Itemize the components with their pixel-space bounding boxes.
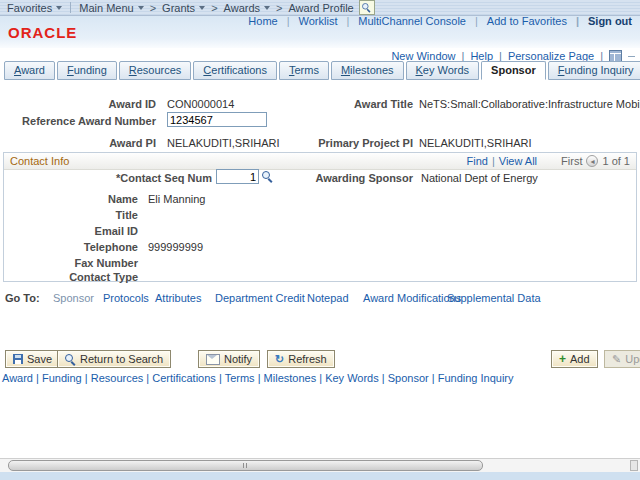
goto-attributes-link[interactable]: Attributes [155, 292, 201, 304]
breadcrumb-awards[interactable]: Awards [224, 2, 270, 14]
notify-envelope-icon [206, 354, 220, 365]
horizontal-scrollbar[interactable] [0, 458, 640, 472]
footer-sponsor-link[interactable]: Sponsor [382, 372, 429, 384]
refresh-button[interactable]: ↻ Refresh [267, 350, 335, 368]
save-button-label: Save [27, 353, 52, 365]
first-label: First [561, 155, 582, 167]
footer-key-words-link[interactable]: Key Words [319, 372, 379, 384]
notify-button[interactable]: Notify [198, 350, 260, 368]
find-link[interactable]: Find [466, 155, 487, 167]
award-title-label: Award Title [300, 98, 413, 110]
tab-award[interactable]: Award [4, 61, 55, 80]
breadcrumb-separator: > [211, 2, 217, 14]
primary-project-pi-label: Primary Project PI [300, 137, 413, 149]
breadcrumb-search-button[interactable] [359, 0, 375, 15]
update-display-button: ✎ Update [604, 350, 640, 368]
favorites-menu[interactable]: Favorites [7, 2, 62, 14]
page-tabs: Award Funding Resources Certifications T… [4, 61, 640, 80]
footer-page-links: Award Funding Resources Certifications T… [2, 372, 514, 384]
footer-milestones-link[interactable]: Milestones [258, 372, 317, 384]
goto-notepad-link[interactable]: Notepad [307, 292, 349, 304]
telephone-label: Telephone [0, 241, 138, 253]
first-row-icon[interactable]: ◂ [586, 155, 598, 167]
minimize-dash-icon [628, 56, 635, 57]
email-id-label: Email ID [0, 225, 138, 237]
scrollbar-end-button[interactable] [630, 460, 638, 471]
bottom-strip [0, 472, 640, 480]
breadcrumb-separator: > [150, 2, 156, 14]
awarding-sponsor-label: Awarding Sponsor [300, 172, 413, 184]
update-pencil-icon: ✎ [612, 353, 621, 366]
save-button[interactable]: Save [5, 350, 60, 368]
awarding-sponsor-value: National Dept of Energy [421, 172, 538, 184]
footer-terms-link[interactable]: Terms [219, 372, 255, 384]
worklist-link[interactable]: Worklist [278, 15, 338, 27]
tab-funding-inquiry[interactable]: Funding Inquiry [548, 61, 640, 80]
multichannel-console-link[interactable]: MultiChannel Console [337, 15, 465, 27]
dropdown-arrow-icon [138, 6, 144, 10]
footer-award-link[interactable]: Award [2, 372, 33, 384]
dropdown-arrow-icon [199, 6, 205, 10]
contact-seq-lookup-icon[interactable] [262, 171, 273, 182]
tab-certifications[interactable]: Certifications [193, 61, 277, 80]
awards-label: Awards [224, 2, 260, 14]
notify-button-label: Notify [224, 353, 252, 365]
name-label: Name [0, 193, 138, 205]
tab-sponsor[interactable]: Sponsor [481, 61, 546, 80]
award-id-label: Award ID [0, 98, 156, 110]
tab-resources[interactable]: Resources [119, 61, 192, 80]
goto-supplemental-data-link[interactable]: Supplemental Data [447, 292, 541, 304]
oracle-logo: ORACLE [8, 24, 77, 41]
contact-seq-num-label: *Contact Seq Num [0, 172, 212, 184]
grants-label: Grants [162, 2, 195, 14]
primary-project-pi-value: NELAKUDITI,SRIHARI [419, 137, 531, 149]
tab-terms[interactable]: Terms [279, 61, 329, 80]
tab-funding[interactable]: Funding [57, 61, 117, 80]
goto-sponsor-link[interactable]: Sponsor [53, 292, 94, 304]
tab-key-words[interactable]: Key Words [406, 61, 480, 80]
award-title-value: NeTS:Small:Collaborative:Infrastructure … [419, 98, 640, 110]
sign-out-link[interactable]: Sign out [567, 15, 632, 27]
goto-protocols-link[interactable]: Protocols [103, 292, 149, 304]
main-menu-label: Main Menu [79, 2, 133, 14]
telephone-value: 999999999 [148, 241, 203, 253]
return-to-search-button[interactable]: Return to Search [57, 350, 171, 368]
footer-certifications-link[interactable]: Certifications [146, 372, 216, 384]
dropdown-arrow-icon [264, 6, 270, 10]
footer-funding-link[interactable]: Funding [36, 372, 82, 384]
add-button[interactable]: + Add [551, 350, 598, 368]
award-pi-label: Award PI [0, 137, 156, 149]
home-link[interactable]: Home [248, 15, 277, 27]
favorites-label: Favorites [7, 2, 52, 14]
go-to-label: Go To: [5, 292, 40, 304]
footer-resources-link[interactable]: Resources [85, 372, 144, 384]
reference-award-number-input[interactable] [167, 112, 267, 127]
dropdown-arrow-icon [56, 6, 62, 10]
view-all-link[interactable]: View All [499, 155, 537, 167]
contact-seq-num-input[interactable] [216, 169, 259, 184]
add-to-favorites-link[interactable]: Add to Favorites [466, 15, 567, 27]
search-icon [362, 3, 371, 12]
goto-department-credit-link[interactable]: Department Credit [215, 292, 305, 304]
breadcrumb-divider [70, 2, 71, 13]
update-button-label: Update [625, 353, 640, 365]
header-links: Home Worklist MultiChannel Console Add t… [248, 15, 632, 27]
scrollbar-thumb[interactable] [8, 460, 483, 471]
award-profile-label: Award Profile [288, 2, 353, 14]
footer-funding-inquiry-link[interactable]: Funding Inquiry [432, 372, 514, 384]
breadcrumb-grants[interactable]: Grants [162, 2, 205, 14]
refresh-icon: ↻ [275, 353, 284, 366]
return-to-search-icon [65, 354, 76, 365]
scrollbar-grip-icon [243, 463, 249, 468]
peoplesoft-award-profile-page: Favorites Main Menu > Grants > Awards > … [0, 0, 640, 480]
tab-milestones[interactable]: Milestones [331, 61, 404, 80]
add-button-label: Add [570, 353, 590, 365]
reference-award-number-label: Reference Award Number [0, 115, 156, 127]
contact-type-label: Contact Type [0, 271, 138, 283]
contact-info-header: Contact Info Find | View All First ◂ 1 o… [4, 153, 636, 170]
main-menu[interactable]: Main Menu [79, 2, 143, 14]
groupbox-nav: Find | View All First ◂ 1 of 1 [466, 155, 630, 167]
nav-pipe: | [492, 155, 495, 167]
award-pi-value: NELAKUDITI,SRIHARI [167, 137, 279, 149]
breadcrumb-separator: > [276, 2, 282, 14]
